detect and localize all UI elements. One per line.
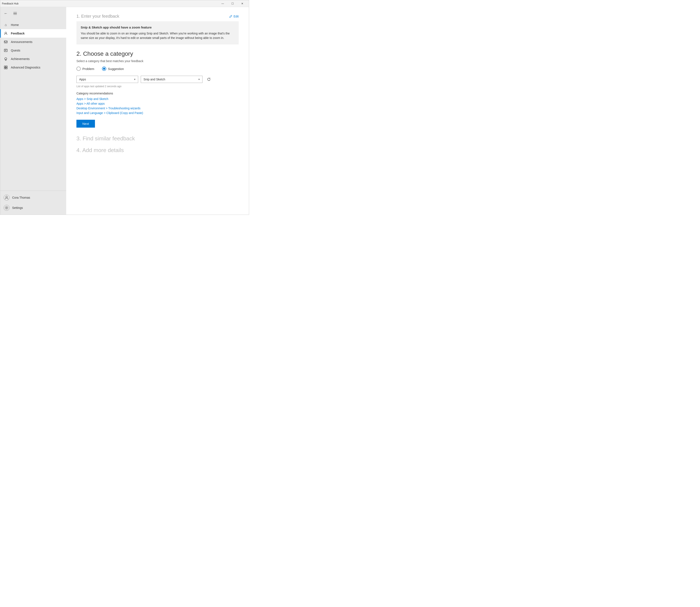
sidebar-item-quests[interactable]: Quests xyxy=(0,46,66,55)
user-profile[interactable]: Cora Thomas xyxy=(0,192,66,203)
edit-icon xyxy=(229,15,232,18)
feedback-body: You should be able to zoom in on an imag… xyxy=(81,31,234,40)
radio-group: Problem Suggestion xyxy=(76,67,239,71)
maximize-button[interactable]: ☐ xyxy=(227,0,237,7)
rec-link-1[interactable]: Apps > All other apps xyxy=(76,102,239,105)
section4-header: 4. Add more details xyxy=(76,147,239,153)
radio-problem-label: Problem xyxy=(82,67,94,70)
feedback-title: Snip & Sketch app should have a zoom fea… xyxy=(81,25,234,29)
sidebar-top: ← xyxy=(0,7,66,19)
rec-link-3[interactable]: Input and Language > Clipboard (Copy and… xyxy=(76,111,239,114)
sidebar-item-feedback[interactable]: Feedback xyxy=(0,29,66,38)
rec-link-0[interactable]: Apps > Snip and Sketch xyxy=(76,97,239,101)
minimize-button[interactable]: — xyxy=(218,0,227,7)
hamburger-line-1 xyxy=(14,12,17,13)
user-avatar xyxy=(4,195,9,201)
sidebar-item-achievements-label: Achievements xyxy=(11,57,29,61)
home-icon: ⌂ xyxy=(4,23,8,27)
sidebar: ← ⌂ Home xyxy=(0,7,66,215)
main-content: 1. Enter your feedback Edit Snip & Sketc… xyxy=(66,7,249,215)
subcategory-dropdown-arrow: ▾ xyxy=(198,78,200,81)
sidebar-item-announcements[interactable]: Announcements xyxy=(0,38,66,46)
sidebar-item-feedback-label: Feedback xyxy=(11,32,25,35)
radio-problem-circle xyxy=(76,67,81,71)
radio-problem[interactable]: Problem xyxy=(76,67,94,71)
refresh-icon xyxy=(207,78,211,81)
announcements-icon xyxy=(4,40,8,44)
sidebar-item-home[interactable]: ⌂ Home xyxy=(0,21,66,29)
svg-rect-1 xyxy=(4,41,7,43)
dropdowns-row: Apps ▾ Snip and Sketch ▾ xyxy=(76,76,239,83)
sidebar-item-advanced-diagnostics[interactable]: Advanced Diagnostics xyxy=(0,63,66,72)
radio-suggestion-dot xyxy=(103,68,105,70)
section1-number: 1. Enter your feedback xyxy=(76,14,119,19)
category-dropdown-arrow: ▾ xyxy=(134,78,135,81)
category-recommendations: Category recommendations Apps > Snip and… xyxy=(76,92,239,114)
radio-suggestion-label: Suggestion xyxy=(108,67,124,70)
svg-point-11 xyxy=(6,207,7,208)
subcategory-dropdown[interactable]: Snip and Sketch ▾ xyxy=(141,76,202,83)
achievements-icon xyxy=(4,57,8,61)
sidebar-item-announcements-label: Announcements xyxy=(11,40,32,44)
category-dropdown[interactable]: Apps ▾ xyxy=(76,76,138,83)
radio-suggestion[interactable]: Suggestion xyxy=(102,67,124,71)
back-button[interactable]: ← xyxy=(2,9,9,17)
sidebar-item-quests-label: Quests xyxy=(11,49,20,52)
svg-rect-8 xyxy=(4,68,5,69)
svg-point-10 xyxy=(6,196,7,198)
hamburger-button[interactable] xyxy=(11,9,19,17)
rec-link-2[interactable]: Desktop Environment > Troubleshooting wi… xyxy=(76,107,239,110)
quests-icon xyxy=(4,48,8,53)
sidebar-item-achievements[interactable]: Achievements xyxy=(0,55,66,63)
settings-label: Settings xyxy=(12,206,23,209)
nav-menu: ⌂ Home Feedback xyxy=(0,19,66,191)
app-body: ← ⌂ Home xyxy=(0,7,249,215)
section2-subtitle: Select a category that best matches your… xyxy=(76,59,239,63)
window-title: Feedback Hub xyxy=(2,2,218,5)
app-window: Feedback Hub — ☐ ✕ ← ⌂ Home xyxy=(0,0,249,215)
advanced-diagnostics-icon xyxy=(4,65,8,69)
section2-header: 2. Choose a category xyxy=(76,50,239,57)
hamburger-line-2 xyxy=(14,13,17,14)
svg-rect-3 xyxy=(5,50,6,50)
hamburger-line-3 xyxy=(14,15,17,15)
recommendations-title: Category recommendations xyxy=(76,92,239,95)
settings-icon xyxy=(4,205,9,211)
category-dropdown-value: Apps xyxy=(79,78,86,81)
section3-header: 3. Find similar feedback xyxy=(76,135,239,142)
titlebar-controls: — ☐ ✕ xyxy=(218,0,247,7)
next-button[interactable]: Next xyxy=(76,120,95,128)
section1-header: 1. Enter your feedback Edit xyxy=(76,14,239,19)
edit-button[interactable]: Edit xyxy=(229,15,239,18)
svg-rect-4 xyxy=(5,50,6,51)
subcategory-dropdown-value: Snip and Sketch xyxy=(143,78,165,81)
sidebar-bottom: Cora Thomas Settings xyxy=(0,191,66,215)
close-button[interactable]: ✕ xyxy=(237,0,247,7)
titlebar: Feedback Hub — ☐ ✕ xyxy=(0,0,249,7)
svg-rect-7 xyxy=(6,66,7,67)
list-updated-text: List of apps last updated 2 seconds ago xyxy=(76,85,239,88)
refresh-button[interactable] xyxy=(205,76,213,83)
svg-rect-9 xyxy=(6,68,7,69)
settings-item[interactable]: Settings xyxy=(0,203,66,213)
radio-suggestion-circle xyxy=(102,67,106,71)
feedback-box: Snip & Sketch app should have a zoom fea… xyxy=(76,21,239,44)
svg-rect-6 xyxy=(4,66,5,67)
sidebar-item-advanced-diagnostics-label: Advanced Diagnostics xyxy=(11,66,40,69)
sidebar-item-home-label: Home xyxy=(11,23,19,26)
edit-label: Edit xyxy=(234,15,239,18)
feedback-icon xyxy=(4,31,8,36)
user-name: Cora Thomas xyxy=(12,196,30,199)
